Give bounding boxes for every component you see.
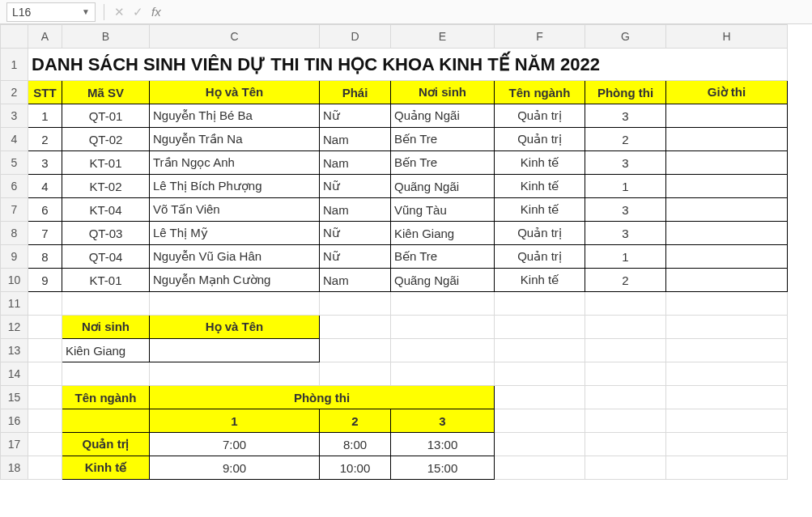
worksheet[interactable]: A B C D E F G H 1 DANH SÁCH SINH VIÊN DỰ… [0, 24, 812, 480]
cell[interactable]: 2 [585, 128, 666, 151]
cell[interactable]: Họ và Tên [150, 316, 320, 339]
cell[interactable] [28, 456, 62, 480]
row-header[interactable]: 17 [1, 433, 28, 456]
cell[interactable] [666, 128, 788, 151]
cell[interactable] [320, 292, 391, 316]
hdr-noisinh[interactable]: Nơi sinh [391, 81, 495, 104]
cell[interactable]: Nam [320, 198, 391, 222]
cell[interactable]: 8:00 [320, 433, 391, 456]
col-header[interactable]: C [150, 25, 320, 49]
cell[interactable] [666, 222, 788, 245]
cell[interactable]: KT-02 [62, 175, 150, 198]
cell[interactable]: 9:00 [150, 456, 320, 480]
cell[interactable] [495, 316, 585, 339]
chevron-down-icon[interactable]: ▼ [82, 7, 90, 16]
row-header[interactable]: 16 [1, 409, 28, 433]
cell[interactable] [62, 292, 150, 316]
row-header[interactable]: 18 [1, 456, 28, 480]
cell[interactable]: Nam [320, 128, 391, 151]
cell[interactable]: Vũng Tàu [391, 198, 495, 222]
cell[interactable]: 1 [150, 409, 320, 433]
cell[interactable]: Quản trị [62, 433, 150, 456]
col-header[interactable]: H [666, 25, 788, 49]
cell[interactable] [666, 362, 788, 386]
cell[interactable] [666, 175, 788, 198]
cell[interactable]: 1 [28, 104, 62, 128]
cell[interactable] [585, 339, 666, 362]
cell[interactable]: KT-01 [62, 151, 150, 175]
cell[interactable]: Nam [320, 269, 391, 292]
accept-icon[interactable]: ✓ [133, 5, 143, 19]
col-header[interactable]: B [62, 25, 150, 49]
cell[interactable]: 9 [28, 269, 62, 292]
cell[interactable]: Quãng Ngãi [391, 175, 495, 198]
cell[interactable] [150, 292, 320, 316]
cell[interactable] [585, 386, 666, 409]
cell[interactable]: Kinh tế [495, 198, 585, 222]
cell[interactable] [391, 316, 495, 339]
cell[interactable]: KT-01 [62, 269, 150, 292]
hdr-phai[interactable]: Phái [320, 81, 391, 104]
cell[interactable] [28, 362, 62, 386]
cell[interactable] [666, 245, 788, 269]
hdr-stt[interactable]: STT [28, 81, 62, 104]
cell[interactable]: Nam [320, 151, 391, 175]
row-header[interactable]: 10 [1, 269, 28, 292]
row-header[interactable]: 14 [1, 362, 28, 386]
row-header[interactable]: 1 [1, 49, 28, 81]
cell[interactable]: Kinh tế [495, 151, 585, 175]
cell[interactable]: Võ Tấn Viên [150, 198, 320, 222]
cell[interactable] [28, 339, 62, 362]
row-header[interactable]: 9 [1, 245, 28, 269]
hdr-giothi[interactable]: Giờ thi [666, 81, 788, 104]
cell[interactable] [28, 316, 62, 339]
cell[interactable]: Bến Tre [391, 128, 495, 151]
cell[interactable]: QT-03 [62, 222, 150, 245]
cell[interactable]: 8 [28, 245, 62, 269]
cell[interactable]: Bến Tre [391, 151, 495, 175]
cell[interactable]: Quản trị [495, 104, 585, 128]
cell[interactable] [666, 386, 788, 409]
select-all[interactable] [1, 25, 28, 49]
cell[interactable]: 1 [585, 245, 666, 269]
cell[interactable] [666, 433, 788, 456]
cell[interactable] [391, 292, 495, 316]
cell[interactable] [28, 433, 62, 456]
cell[interactable]: 3 [585, 151, 666, 175]
cell[interactable]: Quản trị [495, 245, 585, 269]
cancel-icon[interactable]: ✕ [114, 5, 125, 19]
cell[interactable] [666, 269, 788, 292]
cell[interactable]: 3 [585, 222, 666, 245]
hdr-phongthi[interactable]: Phòng thi [585, 81, 666, 104]
cell[interactable] [666, 292, 788, 316]
cell[interactable] [320, 339, 391, 362]
cell[interactable]: Tên ngành [62, 386, 150, 409]
cell[interactable] [495, 386, 585, 409]
cell[interactable] [666, 339, 788, 362]
cell[interactable]: Nữ [320, 104, 391, 128]
cell[interactable] [495, 456, 585, 480]
cell[interactable]: 6 [28, 198, 62, 222]
row-header[interactable]: 12 [1, 316, 28, 339]
cell[interactable]: Quảng Ngãi [391, 104, 495, 128]
cell[interactable] [495, 409, 585, 433]
cell[interactable]: KT-04 [62, 198, 150, 222]
cell[interactable]: QT-04 [62, 245, 150, 269]
cell[interactable] [495, 362, 585, 386]
cell[interactable] [495, 433, 585, 456]
cell[interactable] [150, 339, 320, 362]
cell[interactable] [320, 362, 391, 386]
cell[interactable] [150, 362, 320, 386]
sheet-title[interactable]: DANH SÁCH SINH VIÊN DỰ THI TIN HỌC KHOA … [28, 49, 788, 81]
cell[interactable]: Trần Ngọc Anh [150, 151, 320, 175]
fx-icon[interactable]: fx [151, 5, 166, 19]
cell[interactable]: 4 [28, 175, 62, 198]
row-header[interactable]: 13 [1, 339, 28, 362]
cell[interactable] [585, 292, 666, 316]
cell[interactable]: 10:00 [320, 456, 391, 480]
cell[interactable]: 3 [585, 104, 666, 128]
cell[interactable] [28, 386, 62, 409]
row-header[interactable]: 4 [1, 128, 28, 151]
col-header[interactable]: G [585, 25, 666, 49]
cell[interactable]: 3 [28, 151, 62, 175]
